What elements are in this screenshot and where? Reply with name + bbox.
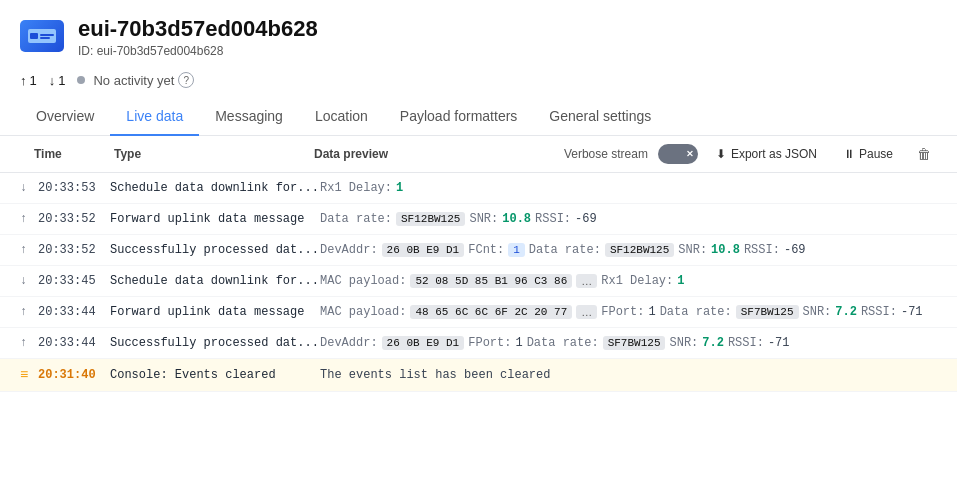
tab-live-data[interactable]: Live data	[110, 98, 199, 136]
pause-icon: ⏸	[843, 147, 855, 161]
tab-general-settings[interactable]: General settings	[533, 98, 667, 136]
tab-bar: Overview Live data Messaging Location Pa…	[0, 98, 957, 136]
row-preview: DevAddr: 26 0B E9 D1 FCnt: 1 Data rate: …	[320, 243, 937, 257]
row-type: Console: Events cleared	[110, 368, 320, 382]
toolbar-right: Verbose stream ✕ ⬇ Export as JSON ⏸ Paus…	[564, 142, 937, 166]
page-header: eui-70b3d57ed004b628 ID: eui-70b3d57ed00…	[0, 0, 957, 66]
svg-rect-2	[40, 34, 54, 36]
direction-down-icon: ↓	[20, 181, 34, 195]
downlink-count: ↓ 1	[49, 73, 66, 88]
row-timestamp: 20:31:40	[38, 368, 110, 382]
col-time-header: Time	[34, 147, 114, 161]
col-preview-header: Data preview	[314, 147, 564, 161]
direction-up-icon: ↑	[20, 305, 34, 319]
status-bar: ↑ 1 ↓ 1 No activity yet ?	[0, 66, 957, 98]
device-icon	[20, 20, 64, 52]
row-type: Schedule data downlink for...	[110, 274, 320, 288]
row-timestamp: 20:33:52	[38, 212, 110, 226]
expand-payload-button[interactable]: …	[576, 274, 597, 288]
col-type-header: Type	[114, 147, 314, 161]
table-header: Time Type Data preview Verbose stream ✕ …	[0, 136, 957, 173]
table-row: ↑ 20:33:44 Successfully processed dat...…	[0, 328, 957, 359]
status-dot	[77, 76, 85, 84]
tab-payload-formatters[interactable]: Payload formatters	[384, 98, 534, 136]
header-info: eui-70b3d57ed004b628 ID: eui-70b3d57ed00…	[78, 16, 318, 58]
table-row: ↓ 20:33:45 Schedule data downlink for...…	[0, 266, 957, 297]
row-type: Successfully processed dat...	[110, 243, 320, 257]
device-title: eui-70b3d57ed004b628	[78, 16, 318, 42]
row-type: Forward uplink data message	[110, 305, 320, 319]
row-preview: DevAddr: 26 0B E9 D1 FPort: 1 Data rate:…	[320, 336, 937, 350]
device-id: ID: eui-70b3d57ed004b628	[78, 44, 318, 58]
table-row: ↑ 20:33:44 Forward uplink data message M…	[0, 297, 957, 328]
row-timestamp: 20:33:44	[38, 305, 110, 319]
row-type: Schedule data downlink for...	[110, 181, 320, 195]
table-row: ↓ 20:33:53 Schedule data downlink for...…	[0, 173, 957, 204]
no-activity-status: No activity yet ?	[77, 72, 194, 88]
pause-button[interactable]: ⏸ Pause	[835, 143, 901, 165]
verbose-stream-label: Verbose stream	[564, 147, 648, 161]
row-timestamp: 20:33:52	[38, 243, 110, 257]
direction-up-icon: ↑	[20, 243, 34, 257]
tab-location[interactable]: Location	[299, 98, 384, 136]
direction-up-icon: ↑	[20, 212, 34, 226]
row-timestamp: 20:33:53	[38, 181, 110, 195]
table-row: ↑ 20:33:52 Successfully processed dat...…	[0, 235, 957, 266]
direction-down-icon: ↓	[20, 274, 34, 288]
console-icon: ≡	[20, 367, 34, 383]
row-type: Forward uplink data message	[110, 212, 320, 226]
row-timestamp: 20:33:44	[38, 336, 110, 350]
row-preview: Rx1 Delay: 1	[320, 181, 937, 195]
svg-rect-3	[40, 37, 50, 39]
uplink-count: ↑ 1	[20, 73, 37, 88]
row-timestamp: 20:33:45	[38, 274, 110, 288]
data-rows: ↓ 20:33:53 Schedule data downlink for...…	[0, 173, 957, 392]
direction-up-icon: ↑	[20, 336, 34, 350]
verbose-toggle[interactable]: ✕	[658, 144, 698, 164]
row-preview: The events list has been cleared	[320, 368, 937, 382]
row-type: Successfully processed dat...	[110, 336, 320, 350]
download-icon: ⬇	[716, 147, 726, 161]
table-row-console: ≡ 20:31:40 Console: Events cleared The e…	[0, 359, 957, 392]
export-json-button[interactable]: ⬇ Export as JSON	[708, 143, 825, 165]
table-row: ↑ 20:33:52 Forward uplink data message D…	[0, 204, 957, 235]
tab-overview[interactable]: Overview	[20, 98, 110, 136]
help-icon[interactable]: ?	[178, 72, 194, 88]
row-preview: MAC payload: 52 08 5D 85 B1 96 C3 86 … R…	[320, 274, 937, 288]
row-preview: Data rate: SF12BW125 SNR: 10.8 RSSI: -69	[320, 212, 937, 226]
svg-rect-1	[30, 33, 38, 39]
row-preview: MAC payload: 48 65 6C 6C 6F 2C 20 77 … F…	[320, 305, 937, 319]
tab-messaging[interactable]: Messaging	[199, 98, 299, 136]
delete-button[interactable]: 🗑	[911, 142, 937, 166]
expand-payload-button[interactable]: …	[576, 305, 597, 319]
